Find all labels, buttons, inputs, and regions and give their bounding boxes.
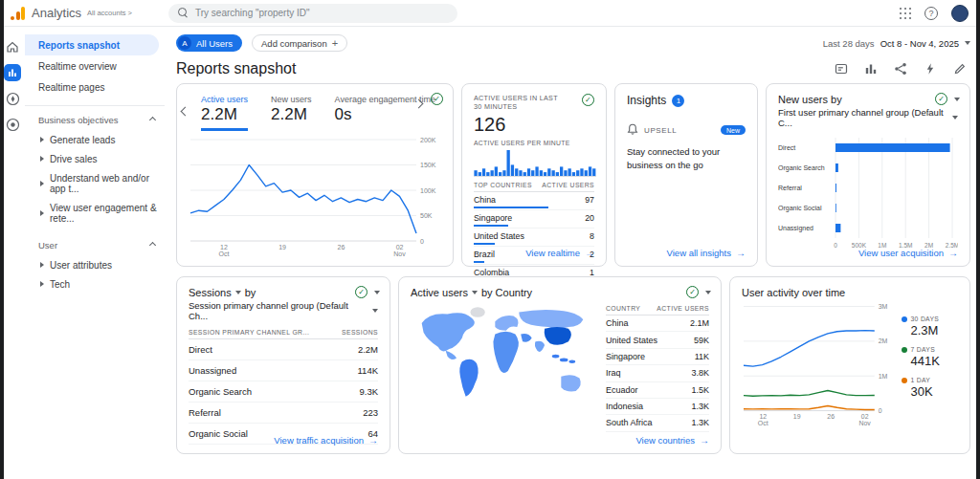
- data-quality-check-icon[interactable]: [431, 93, 443, 105]
- chevron-down-icon: [472, 291, 478, 294]
- table-row: Singapore20: [474, 210, 594, 229]
- reports-icon[interactable]: [4, 64, 21, 81]
- metric-tab-active-users[interactable]: Active users 2.2M: [201, 95, 248, 131]
- account-breadcrumb[interactable]: All accounts >: [87, 9, 132, 17]
- expand-arrow-icon[interactable]: [40, 262, 44, 268]
- chevron-up-icon: [149, 117, 156, 123]
- expand-arrow-icon[interactable]: [40, 156, 44, 162]
- search-bar[interactable]: Try searching "property ID": [168, 4, 457, 23]
- row-label: Indonesia: [606, 402, 643, 411]
- chevron-left-icon[interactable]: [181, 107, 190, 117]
- svg-text:Referral: Referral: [778, 185, 802, 191]
- sidebar-item-understand-web-app[interactable]: Understand web and/or app t...: [25, 168, 165, 198]
- world-map: [411, 303, 594, 413]
- legend-item: 1 DAY 30K: [902, 377, 958, 399]
- sidebar-item-user-attributes[interactable]: User attributes: [25, 255, 165, 274]
- metric-tab-new-users[interactable]: New users 2.2M: [271, 95, 312, 131]
- arrow-right-icon: [948, 248, 958, 258]
- row-label: Organic Social: [189, 428, 248, 439]
- expand-arrow-icon[interactable]: [40, 137, 44, 142]
- chevron-down-icon[interactable]: [374, 291, 380, 294]
- realtime-card: ACTIVE USERS IN LAST 30 MINUTES 126 ACTI…: [461, 83, 607, 267]
- sessions-table: SESSION PRIMARY CHANNEL GR...SESSIONS Di…: [189, 329, 378, 445]
- add-comparison-label: Add comparison: [261, 38, 327, 49]
- expand-arrow-icon[interactable]: [40, 281, 44, 287]
- arrow-right-icon: [368, 435, 378, 446]
- view-user-acquisition-link[interactable]: View user acquisition: [858, 248, 958, 258]
- svg-text:200K: 200K: [420, 136, 436, 142]
- divider: [25, 105, 165, 106]
- svg-text:150K: 150K: [420, 162, 436, 168]
- help-icon[interactable]: [924, 7, 938, 20]
- row-value: 97: [585, 195, 594, 205]
- sidebar-item-realtime-overview[interactable]: Realtime overview: [25, 55, 159, 76]
- data-quality-check-icon[interactable]: [582, 94, 594, 106]
- data-quality-check-icon[interactable]: [355, 286, 368, 298]
- view-countries-link[interactable]: View countries: [635, 435, 709, 446]
- sidebar-item-view-engagement[interactable]: View user engagement & rete...: [25, 198, 165, 228]
- chevron-down-icon[interactable]: [954, 98, 960, 101]
- sidebar-item-tech[interactable]: Tech: [25, 274, 165, 294]
- countries-card: Active users by Country: [398, 276, 722, 454]
- legend-value: 30K: [911, 384, 958, 399]
- country-bar: [474, 261, 484, 263]
- expand-arrow-icon[interactable]: [40, 210, 44, 216]
- svg-text:Oct: Oct: [218, 250, 229, 257]
- row-value: 1.3K: [691, 418, 709, 427]
- svg-text:26: 26: [338, 244, 345, 250]
- user-avatar[interactable]: [951, 5, 969, 22]
- share-icon[interactable]: [894, 62, 907, 76]
- apps-grid-icon[interactable]: [900, 8, 911, 19]
- columns-chart-icon[interactable]: [864, 62, 878, 76]
- svg-text:100K: 100K: [420, 186, 436, 193]
- table-row: Ecuador1.5K: [606, 382, 709, 399]
- title-row: Reports snapshot: [176, 60, 970, 77]
- analytics-logo-icon[interactable]: [10, 7, 26, 20]
- memo-icon[interactable]: [835, 62, 848, 76]
- chevron-down-icon[interactable]: [705, 291, 711, 294]
- add-comparison-chip[interactable]: Add comparison: [252, 34, 347, 52]
- upsell-icon: [627, 123, 638, 137]
- main-content: A All Users Add comparison Last 28 days …: [165, 27, 980, 479]
- svg-text:19: 19: [793, 413, 801, 420]
- data-quality-check-icon[interactable]: [686, 286, 699, 298]
- countries-table: COUNTRYACTIVE USERS China2.1M United Sta…: [606, 305, 709, 432]
- row-label: United States: [474, 231, 524, 241]
- sidebar-item-realtime-pages[interactable]: Realtime pages: [25, 76, 159, 98]
- card-title: New users by: [778, 94, 958, 105]
- section-header-user[interactable]: User: [25, 235, 165, 255]
- data-quality-check-icon[interactable]: [935, 93, 947, 105]
- edit-icon[interactable]: [953, 62, 967, 76]
- sidebar-item-label: Generate leads: [50, 135, 115, 145]
- view-traffic-acquisition-link[interactable]: View traffic acquisition: [274, 435, 378, 446]
- sidebar-item-reports-snapshot[interactable]: Reports snapshot: [25, 34, 159, 55]
- metric-dropdown[interactable]: Active users by Country: [411, 287, 709, 298]
- dimension-dropdown[interactable]: First user primary channel group (Defaul…: [778, 107, 958, 128]
- section-header-business-objectives[interactable]: Business objectives: [25, 110, 165, 130]
- row-value: 1.5K: [691, 385, 709, 395]
- table-row: United States59K: [606, 332, 709, 348]
- brand: Analytics All accounts >: [10, 6, 161, 20]
- view-all-insights-link[interactable]: View all insights: [667, 248, 746, 258]
- explore-icon[interactable]: [4, 90, 21, 107]
- date-range-picker[interactable]: Last 28 days Oct 8 - Nov 4, 2025: [823, 38, 970, 49]
- sidebar-item-label: Understand web and/or app t...: [50, 173, 165, 194]
- svg-text:12: 12: [220, 244, 228, 250]
- column-header: COUNTRY: [606, 305, 640, 312]
- svg-text:0: 0: [834, 242, 837, 249]
- table-row: Referral223: [189, 403, 378, 424]
- sidebar-item-generate-leads[interactable]: Generate leads: [25, 130, 165, 149]
- view-realtime-link[interactable]: View realtime: [525, 248, 594, 258]
- row-label: Iraq: [606, 368, 621, 378]
- insight-item[interactable]: UPSELL New: [627, 123, 746, 137]
- advertising-icon[interactable]: [4, 116, 21, 133]
- home-icon[interactable]: [4, 38, 21, 55]
- sidebar-item-label: Reports snapshot: [38, 40, 120, 51]
- sidebar-item-drive-sales[interactable]: Drive sales: [25, 149, 165, 168]
- dimension-dropdown[interactable]: Session primary channel group (Default C…: [189, 300, 378, 321]
- all-users-chip[interactable]: A All Users: [176, 34, 242, 52]
- insights-icon[interactable]: [924, 62, 937, 76]
- expand-arrow-icon[interactable]: [40, 181, 44, 186]
- table-row: Organic Search9.3K: [189, 381, 378, 403]
- metric-dropdown[interactable]: Sessions by: [189, 287, 378, 298]
